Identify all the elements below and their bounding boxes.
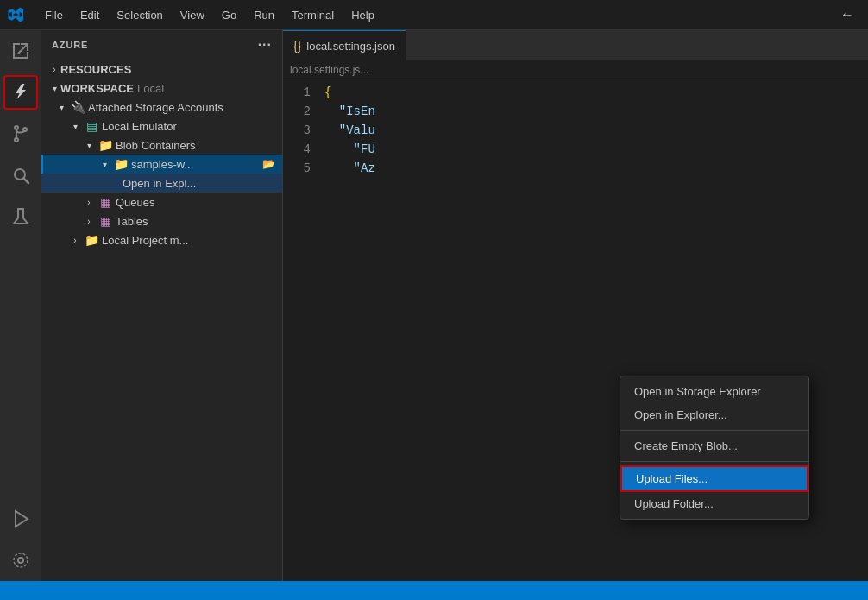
svg-point-2 [23, 128, 27, 131]
context-menu-separator-1 [620, 430, 808, 431]
resources-label: RESOURCES [60, 63, 131, 76]
titlebar: File Edit Selection View Go Run Terminal… [0, 0, 868, 30]
workspace-chevron-icon [48, 82, 60, 94]
menu-help[interactable]: Help [344, 7, 381, 23]
code-line-4: "FU [324, 140, 861, 159]
samples-chevron-icon [98, 158, 110, 170]
resources-chevron-icon [48, 63, 60, 75]
menu-run[interactable]: Run [247, 7, 281, 23]
blob-containers-label: Blob Containers [116, 139, 196, 152]
search-activity-icon[interactable] [3, 158, 38, 193]
sidebar-item-resources[interactable]: RESOURCES [41, 60, 282, 79]
test-activity-icon[interactable] [3, 199, 38, 234]
svg-line-5 [24, 179, 28, 183]
menu-bar: File Edit Selection View Go Run Terminal… [38, 7, 381, 23]
sidebar-content: RESOURCES WORKSPACE Local 🔌 Attached Sto… [41, 60, 282, 581]
tab-local-settings[interactable]: {} local.settings.json [283, 30, 406, 60]
azure-activity-icon[interactable] [3, 75, 38, 110]
run-activity-icon[interactable] [3, 502, 38, 536]
sidebar-item-queues[interactable]: ▦ Queues [41, 193, 282, 212]
sidebar-item-samples[interactable]: 📁 samples-w... 📂 [41, 155, 282, 174]
sidebar-item-local-project[interactable]: 📁 Local Project m... [41, 231, 282, 249]
samples-folder-icon: 📁 [114, 157, 128, 171]
explorer-activity-icon[interactable] [3, 34, 38, 68]
remote-activity-icon[interactable] [3, 543, 38, 578]
main-layout: AZURE ··· RESOURCES WORKSPACE Local 🔌 At… [0, 30, 868, 581]
svg-point-0 [15, 126, 18, 129]
sidebar-header: AZURE ··· [41, 30, 282, 60]
menu-go[interactable]: Go [215, 7, 243, 23]
folder-blob-icon: 📁 [98, 138, 112, 152]
sidebar-item-local-emulator[interactable]: ▤ Local Emulator [41, 117, 282, 136]
blob-chevron-icon [83, 139, 95, 151]
status-bar [0, 581, 868, 600]
source-control-activity-icon[interactable] [3, 117, 38, 151]
sidebar-item-blob-containers[interactable]: 📁 Blob Containers [41, 136, 282, 155]
queues-label: Queues [116, 196, 155, 209]
svg-point-1 [15, 138, 18, 142]
attached-storage-label: Attached Storage Accounts [88, 101, 223, 114]
json-file-icon: {} [293, 39, 301, 53]
workspace-label: WORKSPACE [60, 82, 134, 95]
line-num-4: 4 [283, 140, 311, 159]
context-menu: Open in Storage Explorer Open in Explore… [620, 376, 809, 520]
context-menu-open-explorer[interactable]: Open in Explorer... [620, 403, 808, 426]
line-num-2: 2 [283, 102, 311, 121]
attached-chevron-icon [55, 101, 67, 113]
tab-bar: {} local.settings.json [283, 30, 868, 60]
tables-label: Tables [116, 215, 148, 228]
emulator-icon: ▤ [85, 119, 98, 133]
back-button[interactable]: ← [833, 5, 861, 24]
tables-chevron-icon [83, 215, 95, 227]
context-menu-upload-folder[interactable]: Upload Folder... [620, 492, 808, 515]
code-line-5: "Az [324, 159, 861, 178]
sidebar-more-button[interactable]: ··· [258, 37, 272, 53]
plug-icon: 🔌 [71, 100, 85, 114]
svg-point-7 [18, 558, 23, 563]
vscode-logo-icon [7, 6, 24, 23]
context-menu-upload-files[interactable]: Upload Files... [620, 465, 808, 492]
tab-label: local.settings.json [306, 40, 395, 53]
emulator-chevron-icon [69, 120, 81, 132]
sidebar-item-tables[interactable]: ▦ Tables [41, 212, 282, 231]
local-project-label: Local Project m... [102, 234, 188, 247]
breadcrumb-text: local.settings.js... [290, 64, 368, 76]
code-line-3: "Valu [324, 121, 861, 140]
context-menu-open-storage-explorer[interactable]: Open in Storage Explorer [620, 380, 808, 403]
context-menu-separator-2 [620, 461, 808, 462]
menu-edit[interactable]: Edit [73, 7, 106, 23]
code-line-2: "IsEn [324, 102, 861, 121]
sidebar-title: AZURE [52, 40, 88, 50]
tables-icon: ▦ [98, 214, 112, 228]
svg-marker-6 [16, 511, 28, 527]
workspace-sublabel: Local [137, 82, 164, 95]
local-project-chevron-icon [69, 234, 81, 246]
context-menu-create-empty-blob[interactable]: Create Empty Blob... [620, 434, 808, 458]
line-numbers: 1 2 3 4 5 [283, 79, 318, 581]
local-project-icon: 📁 [85, 233, 98, 247]
local-emulator-label: Local Emulator [102, 120, 177, 133]
line-num-5: 5 [283, 159, 311, 178]
editor-area: {} local.settings.json local.settings.js… [283, 30, 868, 581]
menu-terminal[interactable]: Terminal [285, 7, 341, 23]
line-num-1: 1 [283, 83, 311, 102]
menu-selection[interactable]: Selection [110, 7, 169, 23]
samples-label: samples-w... [131, 158, 193, 171]
line-num-3: 3 [283, 121, 311, 140]
svg-point-8 [14, 553, 28, 567]
code-line-1: { [324, 83, 861, 102]
queues-chevron-icon [83, 196, 95, 208]
sidebar-item-open-explorer[interactable]: Open in Expl... [41, 174, 282, 193]
menu-file[interactable]: File [38, 7, 70, 23]
sidebar-item-workspace[interactable]: WORKSPACE Local [41, 79, 282, 98]
breadcrumb: local.settings.js... [283, 60, 868, 79]
sidebar-item-attached-storage[interactable]: 🔌 Attached Storage Accounts [41, 98, 282, 117]
menu-view[interactable]: View [173, 7, 211, 23]
sidebar: AZURE ··· RESOURCES WORKSPACE Local 🔌 At… [41, 30, 283, 581]
activity-bar [0, 30, 41, 581]
open-explorer-label: Open in Expl... [123, 177, 196, 190]
queues-icon: ▦ [98, 195, 112, 209]
folder-open-icon[interactable]: 📂 [262, 158, 275, 170]
